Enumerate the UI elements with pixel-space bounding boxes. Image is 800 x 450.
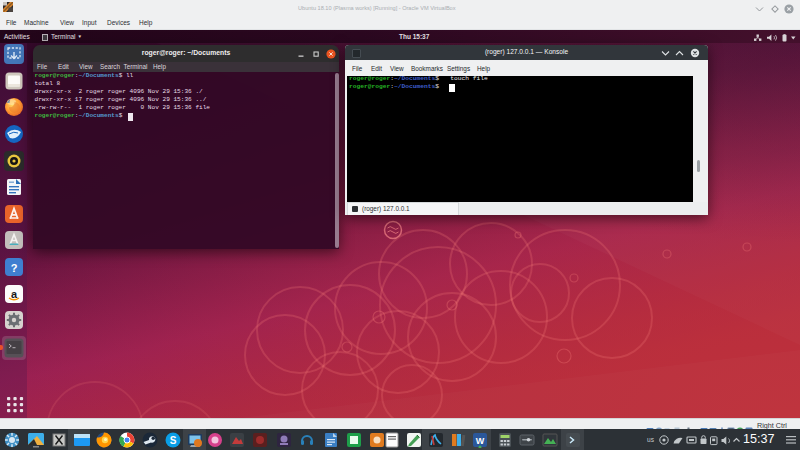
svg-text:a: a <box>11 287 18 299</box>
svg-text:S: S <box>170 435 177 446</box>
svg-text:?: ? <box>11 262 18 274</box>
svg-text:W: W <box>476 436 485 446</box>
